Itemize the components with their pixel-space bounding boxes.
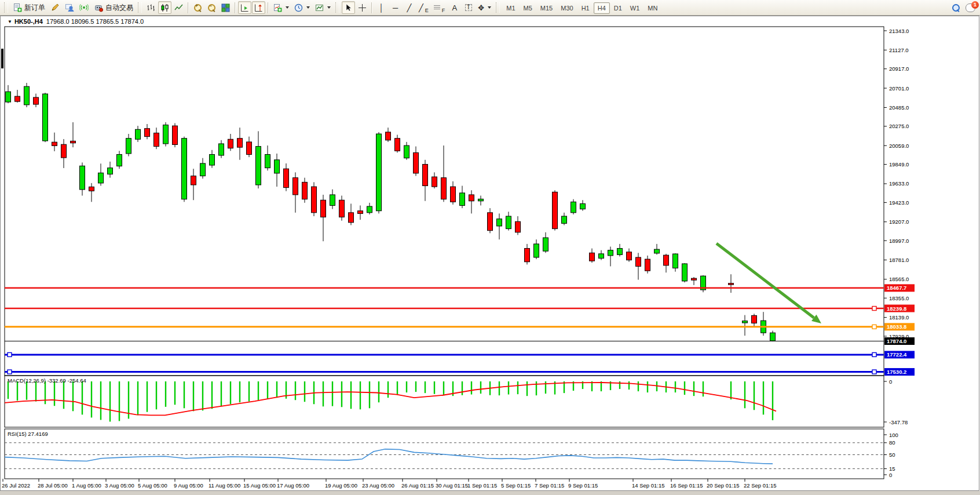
profile-button[interactable] (63, 1, 76, 14)
candle (312, 182, 317, 216)
arrows-tool-button[interactable]: ✥ (476, 1, 493, 14)
horizontal-line-button[interactable]: ─ (389, 1, 402, 14)
dropdown-caret (306, 6, 310, 9)
time-tick-label: 26 Aug 01:15 (401, 482, 434, 489)
zoom-out-button[interactable]: − (205, 1, 218, 14)
dropdown-caret (488, 6, 491, 9)
line-handle[interactable] (872, 352, 876, 356)
notification-badge: 1 (971, 1, 979, 9)
price-tick-label: 18139.0 (889, 314, 909, 321)
price-label-text: 17874.0 (887, 338, 906, 344)
price-label-text: 18239.8 (887, 305, 906, 312)
periods-button[interactable] (292, 1, 312, 14)
price-label-text: 18467.7 (887, 285, 906, 291)
auto-trading-button[interactable]: 自动交易 (92, 1, 136, 14)
text-button[interactable]: A (448, 1, 461, 14)
timeframe-M5[interactable]: M5 (520, 2, 536, 14)
toolbar-separator (268, 2, 269, 13)
templates-button[interactable] (313, 1, 333, 14)
vertical-line-icon: │ (379, 4, 383, 12)
price-tick-label: 18781.0 (889, 257, 909, 263)
channel-button[interactable]: ╱ E (416, 1, 431, 14)
timeframe-M30[interactable]: M30 (557, 2, 577, 14)
vertical-line-button[interactable]: │ (375, 1, 388, 14)
fibonacci-button[interactable]: F (432, 1, 448, 14)
bar-chart-button[interactable] (144, 1, 158, 14)
signals-button[interactable] (77, 1, 91, 14)
new-order-button[interactable]: 新订单 (10, 1, 47, 14)
line-handle[interactable] (872, 307, 876, 311)
timeframe-M1[interactable]: M1 (502, 2, 519, 14)
zoom-in-button[interactable]: + (191, 1, 204, 14)
ohlc-values: 17968.0 18096.5 17865.5 17874.0 (46, 18, 144, 25)
arrows-tool-icon: ✥ (478, 4, 484, 12)
trendline-button[interactable]: ╱ (403, 1, 416, 14)
auto-trading-label: 自动交易 (105, 3, 133, 13)
collapse-icon[interactable]: ▼ (8, 19, 12, 24)
line-chart-icon (174, 3, 183, 12)
line-handle[interactable] (872, 325, 876, 329)
rsi-tick-label: 50 (889, 452, 895, 458)
candlestick-chart-button[interactable] (158, 1, 171, 14)
new-order-label: 新订单 (24, 3, 45, 13)
line-handle[interactable] (8, 370, 12, 374)
crosshair-button[interactable] (356, 1, 369, 14)
clock-icon (294, 3, 303, 12)
text-label-button[interactable]: T (462, 1, 475, 14)
time-tick-label: 19 Aug 05:00 (325, 482, 357, 489)
timeframe-W1[interactable]: W1 (626, 2, 644, 14)
fibonacci-letter: F (442, 8, 445, 13)
toolbar-separator (235, 2, 236, 13)
price-tick-label: 21343.0 (889, 28, 909, 34)
auto-scroll-button[interactable] (238, 1, 251, 14)
candle (553, 190, 558, 230)
candle (701, 275, 706, 292)
channel-icon: ╱ (419, 4, 423, 12)
zoom-out-icon: − (208, 4, 215, 12)
toolbar-grip (496, 2, 500, 13)
styler-button[interactable] (48, 1, 62, 14)
timeframe-H4[interactable]: H4 (594, 2, 610, 14)
timeframe-M15[interactable]: M15 (536, 2, 557, 14)
timeframe-H1[interactable]: H1 (577, 2, 594, 14)
chart-canvas[interactable]: 21343.021127.020917.020701.020485.020275… (0, 0, 980, 495)
indicators-button[interactable] (271, 1, 291, 14)
price-tick-label: 20275.0 (889, 123, 909, 129)
price-tick-label: 20917.0 (889, 65, 909, 72)
chart-window-background (0, 16, 980, 491)
time-tick-label: 5 Aug 05:00 (138, 482, 167, 489)
line-handle[interactable] (872, 370, 876, 374)
signal-icon (79, 3, 89, 12)
chart-shift-button[interactable] (252, 1, 265, 14)
line-chart-button[interactable] (172, 1, 185, 14)
template-icon (315, 3, 324, 12)
time-tick-label: 9 Sep 01:15 (568, 482, 598, 489)
rsi-tick-label: 0 (889, 472, 892, 478)
time-tick-label: 28 Jul 05:00 (38, 482, 68, 489)
timeframe-D1[interactable]: D1 (610, 2, 626, 14)
price-tick-label: 18355.0 (889, 295, 909, 301)
rsi-tick-label: 80 (889, 439, 895, 446)
time-tick-label: 15 Aug 05:00 (243, 482, 276, 489)
macd-tick-label: -347.78 (889, 419, 908, 425)
profile-icon (65, 3, 74, 12)
candle (376, 132, 382, 213)
channel-letter: E (425, 8, 429, 13)
price-tick-label: 20059.0 (889, 143, 909, 149)
crayon-icon (50, 3, 60, 12)
macd-tick-label: 0 (889, 378, 892, 385)
new-order-icon (13, 3, 22, 12)
candle (43, 93, 48, 142)
tile-windows-button[interactable] (219, 1, 232, 14)
timeframe-MN[interactable]: MN (643, 2, 661, 14)
price-label-text: 18033.8 (887, 323, 906, 330)
time-tick-label: 14 Sep 01:15 (632, 482, 665, 489)
search-button[interactable] (949, 1, 963, 14)
cursor-button[interactable] (342, 1, 355, 14)
notifications-button[interactable]: 1 (963, 1, 978, 14)
price-tick-label: 20701.0 (889, 85, 909, 92)
line-handle[interactable] (8, 352, 12, 356)
search-icon (952, 4, 960, 12)
rsi-tick-label: 100 (889, 432, 898, 438)
price-tick-label: 19207.0 (889, 219, 909, 225)
